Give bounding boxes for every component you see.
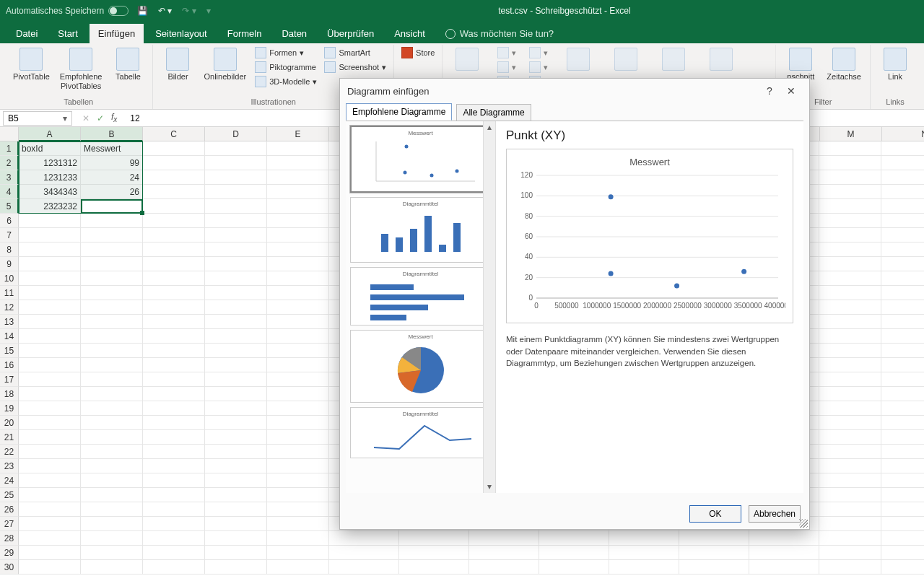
cell[interactable]	[19, 459, 81, 473]
cell[interactable]	[205, 271, 267, 286]
cell[interactable]	[143, 257, 205, 271]
autosave-toggle[interactable]: Automatisches Speichern	[6, 6, 128, 16]
cell[interactable]	[819, 459, 881, 473]
cell[interactable]: 1231233	[19, 170, 81, 185]
row-header[interactable]: 20	[0, 416, 19, 430]
cell[interactable]	[819, 141, 881, 156]
chart-col-icon[interactable]: ▾	[528, 61, 549, 74]
cell[interactable]	[329, 560, 399, 575]
cell[interactable]	[469, 546, 539, 560]
cancel-icon[interactable]: ✕	[82, 113, 90, 123]
row-header[interactable]: 25	[0, 488, 19, 502]
cell[interactable]	[205, 243, 267, 257]
resize-handle[interactable]	[799, 519, 808, 528]
cell[interactable]	[205, 517, 267, 531]
row-header[interactable]: 18	[0, 387, 19, 401]
redo-icon[interactable]: ↷ ▾	[182, 6, 196, 16]
cell[interactable]	[143, 141, 205, 156]
cell[interactable]	[267, 315, 329, 329]
cell[interactable]	[143, 531, 205, 546]
cell[interactable]	[881, 199, 924, 214]
cell[interactable]	[679, 560, 749, 575]
thumb-column[interactable]: Diagrammtitel	[350, 197, 491, 263]
cell[interactable]	[81, 214, 143, 228]
cell[interactable]	[749, 560, 819, 575]
cell[interactable]	[819, 286, 881, 300]
cell[interactable]	[81, 531, 143, 546]
cell[interactable]	[19, 488, 81, 502]
tab-recommended-charts[interactable]: Empfohlene Diagramme	[346, 103, 452, 121]
tab-all-charts[interactable]: Alle Diagramme	[456, 104, 531, 121]
row-header[interactable]: 4	[0, 185, 19, 199]
cell[interactable]	[81, 560, 143, 575]
toggle-off-icon[interactable]	[108, 6, 128, 16]
cell[interactable]	[19, 473, 81, 488]
cell[interactable]	[205, 315, 267, 329]
cell[interactable]	[205, 199, 267, 214]
cell[interactable]	[205, 488, 267, 502]
cell[interactable]	[205, 228, 267, 243]
cell[interactable]	[267, 344, 329, 358]
cell[interactable]	[143, 517, 205, 531]
cell[interactable]	[819, 185, 881, 199]
cell[interactable]	[679, 531, 749, 546]
cell[interactable]	[881, 401, 924, 416]
row-header[interactable]: 17	[0, 372, 19, 387]
cell[interactable]	[881, 358, 924, 372]
cell[interactable]	[267, 257, 329, 271]
cell[interactable]	[205, 445, 267, 459]
cell[interactable]	[267, 286, 329, 300]
cell[interactable]	[143, 560, 205, 575]
cell[interactable]	[143, 214, 205, 228]
cell[interactable]	[205, 416, 267, 430]
cell[interactable]	[329, 531, 399, 546]
cell[interactable]	[143, 228, 205, 243]
timeline-button[interactable]: Zeitachse	[824, 46, 864, 83]
col-header-a[interactable]: A	[19, 127, 81, 141]
cell[interactable]	[19, 228, 81, 243]
online-pictures-button[interactable]: Onlinebilder	[201, 46, 249, 83]
cell[interactable]	[819, 344, 881, 358]
cell[interactable]	[143, 488, 205, 502]
chevron-down-icon[interactable]: ▾	[63, 113, 67, 123]
cell[interactable]	[81, 387, 143, 401]
qat-customize-icon[interactable]: ▾	[206, 6, 211, 16]
cell[interactable]	[267, 372, 329, 387]
col-header-n[interactable]: N	[882, 127, 924, 141]
cell[interactable]	[267, 401, 329, 416]
enter-icon[interactable]: ✓	[97, 113, 104, 123]
row-header[interactable]: 15	[0, 344, 19, 358]
cell[interactable]	[267, 502, 329, 517]
cell[interactable]	[19, 430, 81, 445]
screenshot-button[interactable]: Screenshot ▾	[323, 61, 388, 74]
cell[interactable]	[143, 502, 205, 517]
close-icon[interactable]: ✕	[780, 85, 802, 97]
row-header[interactable]: 11	[0, 286, 19, 300]
cell[interactable]	[205, 430, 267, 445]
cell[interactable]	[399, 531, 469, 546]
table-button[interactable]: Tabelle	[109, 46, 147, 83]
thumb-pie[interactable]: Messwert	[350, 330, 491, 403]
cell[interactable]	[143, 416, 205, 430]
cell[interactable]	[81, 300, 143, 315]
cell[interactable]	[205, 531, 267, 546]
cell[interactable]	[881, 473, 924, 488]
cell[interactable]	[143, 170, 205, 185]
cell[interactable]	[881, 271, 924, 286]
cell[interactable]	[819, 531, 881, 546]
cell[interactable]: 12	[81, 199, 143, 214]
col-header-c[interactable]: C	[143, 127, 205, 141]
cell[interactable]	[19, 358, 81, 372]
cell[interactable]	[819, 329, 881, 344]
cell[interactable]	[267, 243, 329, 257]
cell[interactable]	[143, 459, 205, 473]
scroll-up-icon[interactable]: ▴	[484, 121, 495, 134]
row-header[interactable]: 23	[0, 459, 19, 473]
tab-seitenlayout[interactable]: Seitenlayout	[147, 24, 216, 43]
row-header[interactable]: 2	[0, 156, 19, 170]
cell[interactable]	[267, 416, 329, 430]
cell[interactable]	[881, 214, 924, 228]
cell[interactable]	[205, 141, 267, 156]
chart-bar-icon[interactable]: ▾	[496, 46, 518, 59]
scroll-down-icon[interactable]: ▾	[484, 481, 495, 493]
